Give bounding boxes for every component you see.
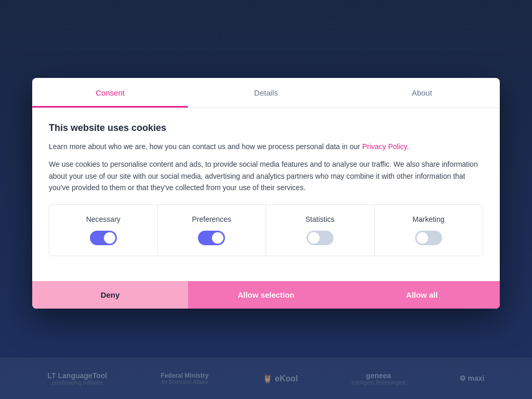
tab-about[interactable]: About xyxy=(344,78,500,108)
toggle-preferences: Preferences xyxy=(158,205,267,256)
toggle-marketing-knob xyxy=(417,232,428,244)
partner-logo-languagetool: LT LanguageTool proofreading software xyxy=(48,371,108,385)
cookie-description-2: We use cookies to personalise content an… xyxy=(49,158,483,193)
cookie-tabs: Consent Details About xyxy=(32,78,500,108)
toggle-necessary-label: Necessary xyxy=(86,215,121,223)
toggle-statistics: Statistics xyxy=(266,205,375,256)
cookie-consent-dialog: Consent Details About This website uses … xyxy=(32,78,500,309)
toggle-statistics-switch[interactable] xyxy=(307,231,334,245)
logo-strip: LT LanguageTool proofreading software Fe… xyxy=(0,357,532,399)
partner-logo-ekool: 🦉 eKool xyxy=(262,374,298,383)
partner-logo-federal-ministry: Federal Ministry for Economic Affairs xyxy=(161,372,208,385)
deny-button[interactable]: Deny xyxy=(32,281,188,309)
allow-selection-button[interactable]: Allow selection xyxy=(188,281,344,309)
partner-logo-maxi: ⚙ maxi xyxy=(459,374,485,382)
cookie-title: This website uses cookies xyxy=(49,123,483,134)
allow-all-button[interactable]: Allow all xyxy=(344,281,500,309)
toggle-marketing: Marketing xyxy=(375,205,483,256)
tab-consent[interactable]: Consent xyxy=(32,78,188,108)
toggle-statistics-label: Statistics xyxy=(305,215,335,223)
cookie-toggles: Necessary Preferences Statistics xyxy=(49,204,483,256)
toggle-necessary: Necessary xyxy=(49,205,158,256)
cookie-content: This website uses cookies Learn more abo… xyxy=(32,108,500,281)
toggle-preferences-switch[interactable] xyxy=(198,231,225,245)
privacy-policy-link[interactable]: Privacy Policy xyxy=(362,142,407,151)
toggle-necessary-knob xyxy=(104,232,115,244)
partner-logo-geneea: geneea Intelligent Technologies xyxy=(352,371,406,385)
toggle-statistics-knob xyxy=(308,232,320,244)
cookie-description-1: Learn more about who we are, how you can… xyxy=(49,141,483,152)
toggle-marketing-switch[interactable] xyxy=(415,231,442,245)
toggle-preferences-knob xyxy=(212,232,223,244)
cookie-action-buttons: Deny Allow selection Allow all xyxy=(32,281,500,309)
toggle-marketing-label: Marketing xyxy=(413,215,444,223)
toggle-preferences-label: Preferences xyxy=(192,215,231,223)
tab-details[interactable]: Details xyxy=(188,78,344,108)
toggle-necessary-switch[interactable] xyxy=(90,231,117,245)
